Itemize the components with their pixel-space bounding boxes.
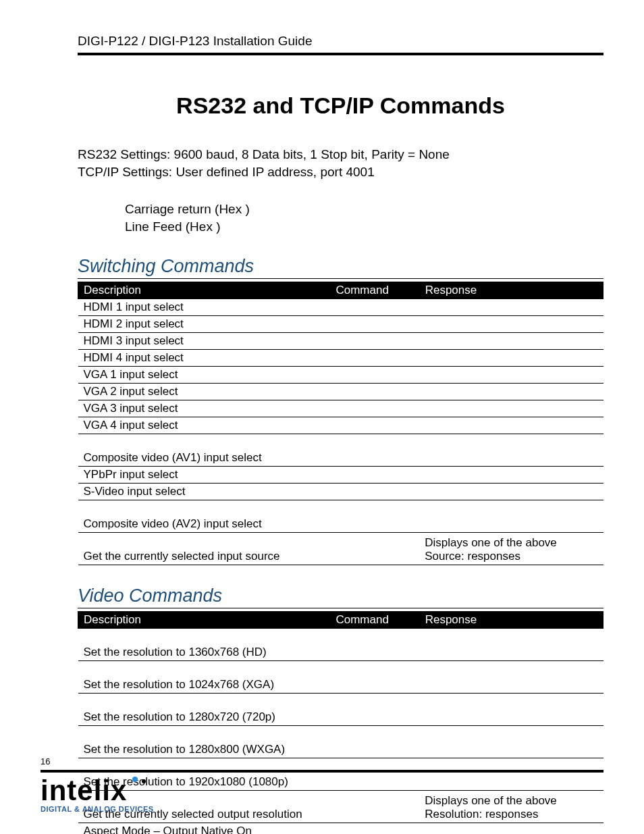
cell-command bbox=[330, 332, 419, 349]
cell-response bbox=[419, 660, 603, 693]
cell-response bbox=[419, 315, 603, 332]
page-number: 16 bbox=[41, 756, 50, 766]
cell-response bbox=[419, 417, 603, 434]
col-command: Command bbox=[330, 611, 419, 628]
video-commands-table: Description Command Response Set the res… bbox=[78, 611, 603, 834]
logo-accent-dot-icon bbox=[132, 777, 138, 782]
logo-wordmark: intelix bbox=[41, 778, 154, 804]
col-description: Description bbox=[78, 282, 330, 298]
table-row: VGA 4 input select bbox=[78, 417, 603, 434]
cell-description: Aspect Mode – Output Native On bbox=[78, 823, 330, 834]
cell-command bbox=[330, 628, 419, 660]
table-row: Composite video (AV1) input select bbox=[78, 434, 603, 466]
cell-command bbox=[330, 466, 419, 483]
cell-response bbox=[419, 483, 603, 500]
page-header: DIGI-P122 / DIGI-P123 Installation Guide bbox=[78, 34, 603, 55]
cell-description: Set the resolution to 1360x768 (HD) bbox=[78, 628, 330, 660]
logo-accent-dot2-icon bbox=[142, 779, 146, 783]
table-row: YPbPr input select bbox=[78, 466, 603, 483]
cell-response bbox=[419, 366, 603, 383]
intelix-logo: intelix DIGITAL & ANALOG DEVICES bbox=[41, 778, 154, 813]
cell-description: YPbPr input select bbox=[78, 466, 330, 483]
cell-response bbox=[419, 332, 603, 349]
table-row: S-Video input select bbox=[78, 483, 603, 500]
cell-command bbox=[330, 532, 419, 565]
line-feed-line: Line Feed (Hex ) bbox=[125, 218, 603, 236]
cell-command bbox=[330, 417, 419, 434]
cell-response bbox=[419, 298, 603, 315]
table-row: VGA 2 input select bbox=[78, 383, 603, 400]
cell-command bbox=[330, 725, 419, 758]
cell-response bbox=[419, 758, 603, 790]
cell-command bbox=[330, 693, 419, 725]
col-response: Response bbox=[419, 611, 603, 628]
cell-description: HDMI 2 input select bbox=[78, 315, 330, 332]
line-terminator-block: Carriage return (Hex ) Line Feed (Hex ) bbox=[125, 201, 603, 235]
table-row: Set the resolution to 1360x768 (HD) bbox=[78, 628, 603, 660]
cell-response bbox=[419, 400, 603, 417]
tcpip-settings: TCP/IP Settings: User defined IP address… bbox=[78, 163, 603, 181]
page-title: RS232 and TCP/IP Commands bbox=[78, 93, 603, 119]
cell-response: Displays one of the above Resolution: re… bbox=[419, 790, 603, 823]
cell-response bbox=[419, 466, 603, 483]
table-row: Get the currently selected input sourceD… bbox=[78, 532, 603, 565]
col-command: Command bbox=[330, 282, 419, 298]
cell-description: Set the resolution to 1024x768 (XGA) bbox=[78, 660, 330, 693]
cell-description: VGA 2 input select bbox=[78, 383, 330, 400]
main-content: RS232 and TCP/IP Commands RS232 Settings… bbox=[78, 93, 603, 834]
table-row: VGA 1 input select bbox=[78, 366, 603, 383]
cell-response bbox=[419, 823, 603, 834]
switching-commands-heading: Switching Commands bbox=[78, 256, 603, 279]
cell-description: Composite video (AV1) input select bbox=[78, 434, 330, 466]
cell-response bbox=[419, 500, 603, 532]
cell-description: HDMI 1 input select bbox=[78, 298, 330, 315]
cell-response bbox=[419, 693, 603, 725]
table-row: Set the resolution to 1280x720 (720p) bbox=[78, 693, 603, 725]
cell-command bbox=[330, 790, 419, 823]
cell-description: VGA 3 input select bbox=[78, 400, 330, 417]
cell-command bbox=[330, 383, 419, 400]
cell-response bbox=[419, 349, 603, 366]
cell-command bbox=[330, 366, 419, 383]
cell-description: HDMI 4 input select bbox=[78, 349, 330, 366]
table-row: Set the resolution to 1280x800 (WXGA) bbox=[78, 725, 603, 758]
cell-command bbox=[330, 400, 419, 417]
table-row: VGA 3 input select bbox=[78, 400, 603, 417]
cell-command bbox=[330, 315, 419, 332]
video-commands-heading: Video Commands bbox=[78, 585, 603, 608]
table-row: Get the currently selected output resolu… bbox=[78, 790, 603, 823]
cell-command bbox=[330, 823, 419, 834]
cell-response: Displays one of the above Source: respon… bbox=[419, 532, 603, 565]
table-row: HDMI 2 input select bbox=[78, 315, 603, 332]
table-row: Set the resolution to 1024x768 (XGA) bbox=[78, 660, 603, 693]
header-rule bbox=[78, 53, 603, 55]
rs232-settings: RS232 Settings: 9600 baud, 8 Data bits, … bbox=[78, 146, 603, 163]
cell-description: Get the currently selected input source bbox=[78, 532, 330, 565]
cell-command bbox=[330, 758, 419, 790]
cell-description: Set the resolution to 1280x720 (720p) bbox=[78, 693, 330, 725]
cell-description: Composite video (AV2) input select bbox=[78, 500, 330, 532]
cell-description: HDMI 3 input select bbox=[78, 332, 330, 349]
cell-command bbox=[330, 298, 419, 315]
cell-description: Set the resolution to 1280x800 (WXGA) bbox=[78, 725, 330, 758]
table-row: HDMI 3 input select bbox=[78, 332, 603, 349]
cell-response bbox=[419, 383, 603, 400]
header-title: DIGI-P122 / DIGI-P123 Installation Guide bbox=[78, 34, 603, 53]
carriage-return-line: Carriage return (Hex ) bbox=[125, 201, 603, 218]
cell-command bbox=[330, 500, 419, 532]
cell-response bbox=[419, 434, 603, 466]
cell-command bbox=[330, 434, 419, 466]
col-description: Description bbox=[78, 611, 330, 628]
cell-command bbox=[330, 660, 419, 693]
table-row: Aspect Mode – Output Native On bbox=[78, 823, 603, 834]
settings-block: RS232 Settings: 9600 baud, 8 Data bits, … bbox=[78, 146, 603, 180]
switching-commands-table: Description Command Response HDMI 1 inpu… bbox=[78, 282, 603, 565]
cell-command bbox=[330, 483, 419, 500]
table-row: Composite video (AV2) input select bbox=[78, 500, 603, 532]
cell-command bbox=[330, 349, 419, 366]
col-response: Response bbox=[419, 282, 603, 298]
cell-response bbox=[419, 725, 603, 758]
cell-response bbox=[419, 628, 603, 660]
table-row: HDMI 1 input select bbox=[78, 298, 603, 315]
cell-description: VGA 1 input select bbox=[78, 366, 330, 383]
